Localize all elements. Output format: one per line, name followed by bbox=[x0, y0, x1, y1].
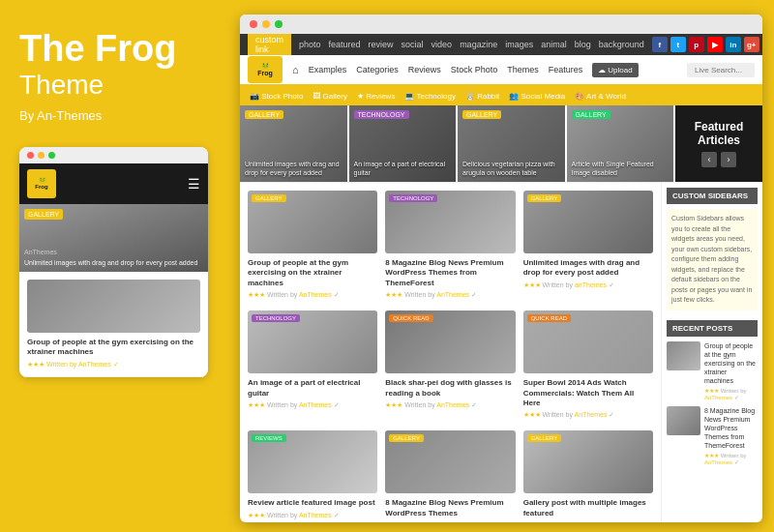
nav-stock-photo[interactable]: Stock Photo bbox=[451, 65, 498, 74]
sub-nav: 📷 Stock Photo 🖼 Gallery ★ Reviews 💻 Tech… bbox=[240, 86, 762, 105]
article-card-2: TECHNOLOGY 8 Magazine Blog News Premium … bbox=[385, 191, 515, 299]
nav-features[interactable]: Features bbox=[549, 65, 583, 74]
next-button[interactable]: › bbox=[721, 152, 736, 167]
article-title-3: Unlimited images with drag and drop for … bbox=[523, 258, 653, 279]
mobile-stars: ★★★ bbox=[27, 361, 45, 368]
top-nav-active-link[interactable]: custom link bbox=[248, 34, 291, 55]
content-area: GALLERY Group of people at the gym exerc… bbox=[240, 183, 762, 522]
prev-button[interactable]: ‹ bbox=[701, 152, 717, 167]
subnav-technology[interactable]: 💻 Technology bbox=[404, 92, 456, 101]
article-title-6: Super Bowl 2014 Ads Watch Commercials: W… bbox=[523, 378, 653, 408]
subnav-social-media[interactable]: 👥 Social Media bbox=[509, 92, 565, 101]
search-input[interactable] bbox=[687, 63, 755, 77]
card-badge-7: REVIEWS bbox=[252, 434, 286, 442]
recent-stars-1: ★★★ bbox=[704, 388, 719, 394]
article-row-3: REVIEWS Review article featured image po… bbox=[248, 430, 653, 522]
stars-2: ★★★ bbox=[385, 291, 402, 298]
top-nav-animal[interactable]: animal bbox=[541, 40, 567, 49]
recent-post-content-2: 8 Magazine Blog News Premium WordPress T… bbox=[704, 406, 758, 465]
article-card-8: GALLERY 8 Magazine Blog News Premium Wor… bbox=[385, 430, 515, 522]
theme-subtitle: Theme bbox=[19, 70, 208, 101]
slide-4-badge: GALLERY bbox=[572, 110, 610, 119]
recent-posts-section: RECENT POSTS Group of people at the gym … bbox=[667, 320, 758, 466]
mobile-author: Written by AnThemes bbox=[46, 361, 111, 368]
card-badge-8: GALLERY bbox=[389, 434, 424, 442]
featured-slide-2[interactable]: TECHNOLOGY An image of a part of electri… bbox=[349, 105, 459, 182]
article-meta-4: ★★★ Written by AnThemes ✓ bbox=[248, 401, 377, 409]
subnav-art-world[interactable]: 🎨 Art & World bbox=[575, 92, 626, 101]
author-4[interactable]: AnThemes bbox=[299, 401, 332, 408]
featured-slide-3[interactable]: GALLERY Delicious vegetarian pizza with … bbox=[458, 105, 567, 182]
mobile-dots bbox=[19, 147, 208, 163]
top-nav-review[interactable]: review bbox=[369, 40, 394, 49]
author-6[interactable]: AnThemes bbox=[575, 411, 608, 418]
hamburger-icon[interactable]: ☰ bbox=[188, 176, 200, 192]
slide-2-badge: TECHNOLOGY bbox=[354, 110, 409, 119]
recent-author-1[interactable]: AnThemes bbox=[704, 395, 732, 400]
author-7[interactable]: AnThemes bbox=[299, 512, 332, 518]
article-card-3: GALLERY Unlimited images with drag and d… bbox=[523, 191, 653, 299]
facebook-icon[interactable]: f bbox=[652, 37, 668, 52]
stars-4: ★★★ bbox=[248, 401, 265, 408]
author-8[interactable]: AnThemes bbox=[436, 521, 469, 522]
subnav-stock-photo[interactable]: 📷 Stock Photo bbox=[250, 92, 303, 101]
top-nav-social[interactable]: social bbox=[402, 40, 424, 49]
author-9[interactable]: AnThemes bbox=[575, 521, 608, 522]
featured-articles-panel: FeaturedArticles ‹ › bbox=[675, 105, 762, 182]
author-5[interactable]: AnThemes bbox=[436, 401, 469, 408]
article-img-4: TECHNOLOGY bbox=[248, 310, 377, 373]
article-title-5: Black shar-pei dog with glasses is readi… bbox=[385, 378, 515, 399]
top-nav-background[interactable]: background bbox=[599, 40, 644, 49]
subnav-rabbit[interactable]: 🐰 Rabbit bbox=[465, 92, 499, 101]
subnav-gallery[interactable]: 🖼 Gallery bbox=[313, 92, 347, 101]
social-icons: f t p ▶ in g+ bbox=[652, 37, 759, 52]
recent-post-title-2: 8 Magazine Blog News Premium WordPress T… bbox=[704, 406, 758, 450]
upload-button[interactable]: ☁ Upload bbox=[592, 63, 638, 77]
home-icon[interactable]: ⌂ bbox=[292, 64, 299, 75]
pinterest-icon[interactable]: p bbox=[689, 37, 704, 52]
top-nav-images[interactable]: images bbox=[505, 40, 533, 49]
recent-author-2[interactable]: AnThemes bbox=[704, 459, 732, 465]
article-title-7: Review article featured image post bbox=[248, 498, 377, 508]
browser-dot-red[interactable] bbox=[250, 20, 257, 28]
slide-3-badge: GALLERY bbox=[462, 110, 501, 119]
mobile-article-image bbox=[27, 280, 200, 333]
top-nav-photo[interactable]: photo bbox=[299, 40, 321, 49]
googleplus-icon[interactable]: g+ bbox=[744, 37, 759, 52]
top-nav-magazine[interactable]: magazine bbox=[460, 40, 497, 49]
nav-themes[interactable]: Themes bbox=[507, 65, 539, 74]
author-1[interactable]: AnThemes bbox=[299, 291, 332, 298]
upload-label: Upload bbox=[608, 66, 632, 74]
youtube-icon[interactable]: ▶ bbox=[707, 37, 723, 52]
stars-3: ★★★ bbox=[523, 281, 541, 288]
twitter-icon[interactable]: t bbox=[670, 37, 686, 52]
slide-1-badge: GALLERY bbox=[245, 110, 283, 119]
mobile-hero-caption: Unlimited images with drag and drop for … bbox=[24, 258, 203, 267]
recent-post-2: 8 Magazine Blog News Premium WordPress T… bbox=[667, 406, 758, 465]
featured-slide-1[interactable]: GALLERY Unlimited images with drag and d… bbox=[240, 105, 349, 182]
site-logo[interactable]: 🐸Frog bbox=[248, 56, 283, 83]
subnav-reviews[interactable]: ★ Reviews bbox=[357, 92, 395, 101]
top-nav-video[interactable]: video bbox=[432, 40, 453, 49]
nav-reviews[interactable]: Reviews bbox=[408, 65, 441, 74]
author-3[interactable]: anThemes bbox=[575, 281, 607, 288]
top-nav-blog[interactable]: blog bbox=[575, 40, 591, 49]
browser-dot-yellow[interactable] bbox=[262, 20, 270, 28]
nav-examples[interactable]: Examples bbox=[309, 65, 347, 74]
nav-categories[interactable]: Categories bbox=[356, 65, 399, 74]
browser-chrome bbox=[240, 15, 762, 34]
slide-2-caption: An image of a part of electrical guitar bbox=[354, 160, 452, 177]
mobile-logo-image: 🐸Frog bbox=[27, 169, 56, 198]
top-nav-featured[interactable]: featured bbox=[329, 40, 361, 49]
custom-sidebars-section: CUSTOM SIDEBARS Custom Sidebars allows y… bbox=[667, 188, 758, 310]
featured-slide-4[interactable]: GALLERY Article with Single Featured Ima… bbox=[567, 105, 676, 182]
card-badge-3: GALLERY bbox=[527, 194, 562, 202]
article-grid: GALLERY Group of people at the gym exerc… bbox=[240, 183, 661, 522]
slide-4-caption: Article with Single Featured Image disab… bbox=[572, 160, 670, 177]
author-2[interactable]: AnThemes bbox=[436, 291, 469, 298]
mobile-logo: 🐸Frog bbox=[27, 169, 56, 198]
mobile-author-verified: ✓ bbox=[113, 361, 119, 368]
linkedin-icon[interactable]: in bbox=[726, 37, 741, 52]
main-nav: 🐸Frog ⌂ Examples Categories Reviews Stoc… bbox=[240, 55, 762, 86]
browser-dot-green[interactable] bbox=[275, 20, 283, 28]
